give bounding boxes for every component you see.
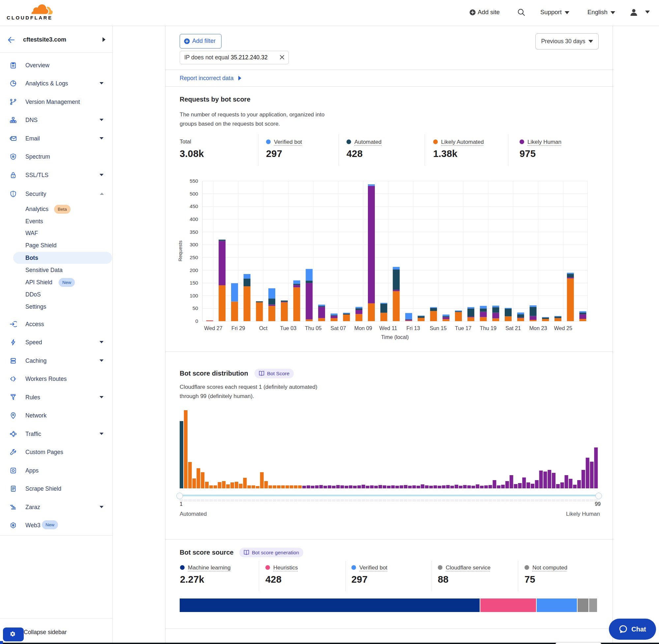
- svg-text:Sat 07: Sat 07: [331, 325, 346, 331]
- svg-text:200: 200: [190, 268, 198, 273]
- svg-text:Wed 27: Wed 27: [204, 325, 222, 331]
- svg-text:Wed 11: Wed 11: [379, 325, 397, 331]
- svg-text:Fri 13: Fri 13: [406, 325, 420, 331]
- svg-text:150: 150: [190, 280, 198, 285]
- svg-text:250: 250: [190, 255, 198, 260]
- svg-text:Mon 09: Mon 09: [354, 325, 372, 331]
- svg-text:550: 550: [190, 178, 198, 184]
- svg-text:300: 300: [190, 242, 198, 247]
- svg-text:Thu 05: Thu 05: [305, 325, 322, 331]
- svg-text:350: 350: [190, 229, 198, 235]
- svg-text:400: 400: [190, 216, 198, 222]
- svg-text:Requests: Requests: [178, 240, 183, 261]
- svg-text:Tue 03: Tue 03: [280, 325, 297, 331]
- svg-text:Thu 19: Thu 19: [480, 325, 496, 331]
- svg-text:Wed 25: Wed 25: [554, 325, 572, 331]
- svg-text:100: 100: [190, 293, 198, 298]
- svg-text:450: 450: [190, 204, 198, 209]
- svg-text:Tue 17: Tue 17: [455, 325, 471, 331]
- svg-text:50: 50: [192, 305, 198, 311]
- svg-text:Oct: Oct: [259, 325, 268, 331]
- svg-text:0: 0: [195, 318, 198, 324]
- svg-text:Sun 15: Sun 15: [430, 325, 447, 331]
- svg-text:Sat 21: Sat 21: [505, 325, 521, 331]
- svg-text:Fri 29: Fri 29: [231, 325, 245, 331]
- svg-text:Mon 23: Mon 23: [529, 325, 547, 331]
- svg-text:Time (local): Time (local): [381, 334, 409, 340]
- svg-text:500: 500: [190, 191, 198, 197]
